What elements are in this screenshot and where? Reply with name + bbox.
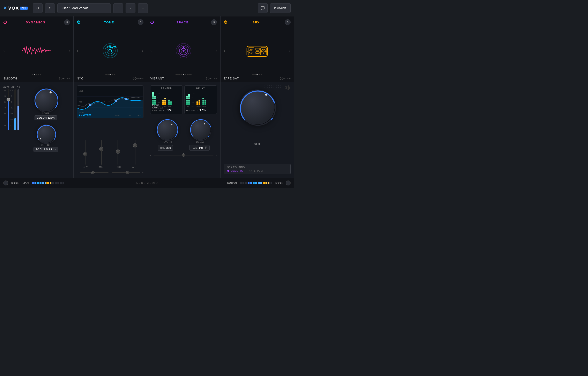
dynamics-header: ⏻ DYNAMICS S bbox=[3, 19, 70, 25]
tone-s-button[interactable]: S bbox=[138, 19, 143, 25]
tone-nav: ‹ › bbox=[77, 28, 144, 74]
add-preset-button[interactable]: + bbox=[138, 3, 148, 13]
svg-point-41 bbox=[115, 100, 117, 102]
input-circle[interactable] bbox=[3, 180, 8, 185]
gr-slider-col: GR -0--3-6-12-18-24-30 bbox=[10, 86, 16, 130]
top-panels: ⏻ DYNAMICS S ‹ › SMOOTH bbox=[0, 16, 294, 82]
deess-focus-value[interactable]: FOCUS 5.2 khz bbox=[33, 147, 58, 152]
tone-next-button[interactable]: › bbox=[142, 48, 143, 53]
tone-info-icon[interactable] bbox=[133, 77, 136, 80]
deess-knob-label: DE-ESS bbox=[41, 144, 51, 146]
dynamics-next-button[interactable]: › bbox=[69, 48, 70, 53]
dynamics-s-button[interactable]: S bbox=[64, 19, 70, 25]
preset-name-display[interactable]: Clear Lead Vocals * bbox=[57, 3, 111, 13]
redo-button[interactable]: ↻ bbox=[45, 3, 55, 13]
sfx-icon bbox=[225, 42, 289, 59]
space-top-panel: ⏻ SPACE S ‹ › bbox=[147, 16, 221, 82]
ds-slider-col: DS bbox=[17, 86, 20, 130]
sfx-s-button[interactable]: S bbox=[285, 19, 291, 25]
svg-rect-26 bbox=[256, 52, 259, 54]
space-nav: ‹ › bbox=[150, 28, 217, 74]
gate-slider[interactable] bbox=[8, 89, 9, 130]
tone-title: TONE bbox=[104, 21, 114, 24]
dot-f5 bbox=[261, 74, 262, 75]
dot-t3 bbox=[109, 74, 111, 75]
delay-knob[interactable] bbox=[190, 119, 211, 140]
undo-button[interactable]: ↺ bbox=[33, 3, 43, 13]
dot-s3 bbox=[179, 74, 181, 75]
pan-track2[interactable] bbox=[112, 172, 140, 173]
space-power-button[interactable]: ⏻ bbox=[150, 20, 154, 24]
tone-icon bbox=[78, 42, 142, 59]
dot-5 bbox=[40, 74, 41, 75]
gr-slider[interactable] bbox=[14, 89, 16, 130]
comp-knob-label: COMP bbox=[42, 112, 50, 115]
space-pan-track[interactable] bbox=[153, 155, 214, 156]
logo-pro: PRO bbox=[20, 7, 28, 10]
logo-x: ✕ bbox=[3, 6, 7, 11]
tone-prev-button[interactable]: ‹ bbox=[77, 48, 78, 53]
bottom-panels: GATE -0--12-36-48-60-72-84 GR bbox=[0, 82, 294, 178]
sfx-routing-arrow: → bbox=[246, 170, 248, 172]
dot-s2 bbox=[177, 74, 179, 75]
comp-knob[interactable] bbox=[34, 89, 57, 111]
space-prev-button[interactable]: ‹ bbox=[150, 48, 152, 53]
dynamics-prev-button[interactable]: ‹ bbox=[3, 48, 5, 53]
rate-control[interactable]: RATE 1/8d ⛓ bbox=[189, 145, 210, 151]
time-control[interactable]: TIME 2.3s bbox=[158, 145, 173, 151]
dot-s5 bbox=[183, 74, 184, 75]
sfx-main-knob[interactable] bbox=[240, 90, 275, 125]
prev-preset-button[interactable]: ‹ bbox=[113, 3, 123, 13]
space-db-value: +0.0dB bbox=[210, 77, 217, 80]
ds-slider[interactable] bbox=[18, 89, 19, 130]
pan-row: ⌐ ¬ bbox=[77, 171, 144, 174]
space-info-icon[interactable] bbox=[206, 77, 210, 80]
sfx-info-icon[interactable] bbox=[280, 77, 283, 80]
space-s-button[interactable]: S bbox=[211, 19, 217, 25]
eq-analyzer-label: ANALYZER bbox=[79, 114, 92, 116]
pan-track[interactable] bbox=[80, 172, 108, 173]
deess-knob-section: DE-ESS FOCUS 5.2 khz bbox=[33, 125, 58, 152]
time-value: 2.3s bbox=[166, 147, 171, 149]
mid-fader-track[interactable] bbox=[101, 140, 102, 165]
sfx-bottom-info: TAPE SAT +0.0dB bbox=[224, 74, 291, 80]
gate-tick-labels: -0--12-36-48-60-72-84 bbox=[4, 89, 6, 126]
tone-dots bbox=[106, 74, 115, 75]
space-title: SPACE bbox=[176, 21, 189, 24]
sfx-title: SFX bbox=[253, 21, 260, 24]
mid-fader: MID bbox=[99, 140, 103, 168]
dot-f1 bbox=[252, 74, 254, 75]
tone-power-button[interactable]: ⏻ bbox=[77, 20, 81, 24]
dot-s8 bbox=[188, 74, 190, 75]
air-fader-track[interactable] bbox=[135, 140, 135, 165]
next-preset-button[interactable]: › bbox=[126, 3, 135, 13]
svg-point-43 bbox=[157, 120, 178, 140]
low-fader-track[interactable] bbox=[85, 140, 86, 165]
dynamics-info-icon[interactable] bbox=[59, 77, 63, 80]
dot-f4 bbox=[258, 74, 260, 75]
sfx-power-button[interactable]: ⏻ bbox=[224, 20, 227, 24]
comp-color-value[interactable]: COLOR 127% bbox=[34, 115, 57, 120]
sfx-prev-button[interactable]: ‹ bbox=[224, 48, 225, 53]
sfx-next-button[interactable]: › bbox=[289, 48, 291, 53]
gate-label: GATE bbox=[3, 86, 10, 89]
bypass-button[interactable]: BYPASS bbox=[270, 3, 291, 13]
output-circle[interactable] bbox=[286, 180, 291, 185]
gr-tick-labels: -0--3-6-12-18-24-30 bbox=[10, 89, 13, 126]
rate-label: RATE bbox=[192, 147, 198, 149]
space-next-button[interactable]: › bbox=[216, 48, 217, 53]
sfx-speaker-icon bbox=[284, 85, 291, 91]
top-bar: ✕ VOX PRO ↺ ↻ Clear Lead Vocals * ‹ › + … bbox=[0, 0, 294, 16]
comment-button[interactable] bbox=[258, 3, 267, 13]
dynamics-power-button[interactable]: ⏻ bbox=[3, 20, 7, 24]
high-fader-track[interactable] bbox=[118, 140, 118, 165]
output-label: OUTPUT bbox=[227, 182, 237, 184]
deess-knob[interactable] bbox=[37, 125, 55, 143]
eq-db-labels: 12 dB 0 dB -12 dB bbox=[79, 86, 84, 118]
tone-bottom-info: NYC +0.0dB bbox=[77, 74, 144, 80]
space-header: ⏻ SPACE S bbox=[150, 19, 217, 25]
link-icon: ⛓ bbox=[204, 146, 207, 149]
dynamics-icon bbox=[5, 43, 69, 58]
high-fader: HIGH bbox=[115, 140, 121, 168]
reverb-knob[interactable] bbox=[157, 119, 177, 140]
